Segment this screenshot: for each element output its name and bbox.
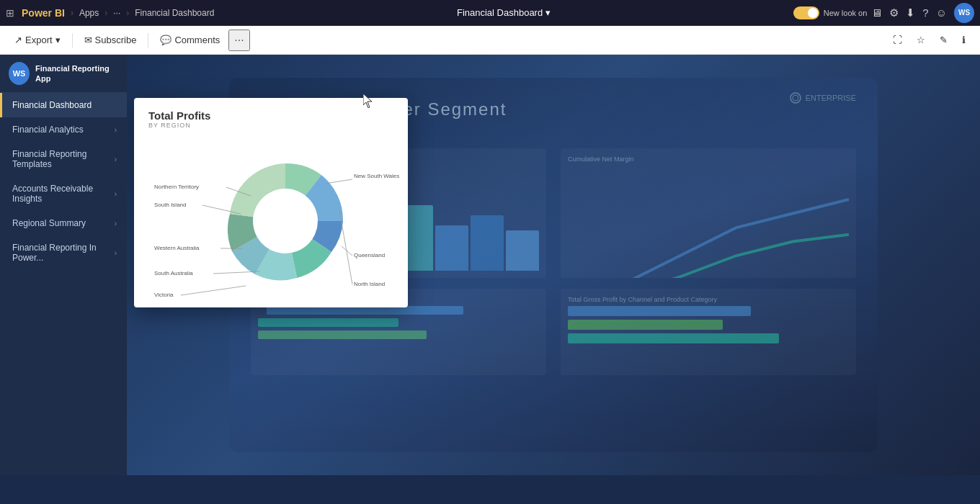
- svg-point-1: [793, 95, 798, 101]
- sep2: ›: [104, 8, 107, 18]
- sidebar-item-regional-summary[interactable]: Regional Summary ›: [0, 211, 127, 235]
- fullscreen-icon: ⛶: [893, 35, 902, 45]
- breadcrumb-current: Financial Dashboard: [135, 8, 214, 18]
- sidebar-item-financial-reporting-templates[interactable]: Financial Reporting Templates ›: [0, 142, 127, 176]
- topbar-title-button[interactable]: Financial Dashboard ▾: [457, 7, 551, 18]
- download-icon[interactable]: ⬇: [906, 6, 915, 19]
- export-button[interactable]: ↗ Export ▾: [9, 32, 66, 48]
- content-area: 💬 Ask a question about your data Sales b…: [127, 55, 980, 475]
- toggle-label: New look on: [824, 9, 868, 17]
- svg-line-14: [325, 179, 352, 184]
- total-profits-popup: Total Profits BY REGION: [134, 98, 408, 307]
- bookmark-button[interactable]: ☆: [911, 32, 931, 48]
- topbar-center: Financial Dashboard ▾: [218, 7, 788, 18]
- chevron-down-icon: ▾: [545, 7, 551, 18]
- svg-text:Western Australia: Western Australia: [154, 245, 200, 251]
- fullscreen-button[interactable]: ⛶: [887, 32, 908, 48]
- chevron-icon: ›: [115, 220, 117, 228]
- sidebar-avatar: WS: [9, 62, 30, 85]
- svg-text:South Australia: South Australia: [154, 270, 193, 276]
- popup-chart-area: Northern Territory South Island Western …: [134, 135, 408, 307]
- svg-text:Queensland: Queensland: [354, 252, 385, 258]
- emoji-icon[interactable]: ☺: [936, 6, 947, 19]
- export-icon: ↗: [14, 35, 22, 45]
- settings-icon[interactable]: ⚙: [889, 6, 899, 19]
- more-button[interactable]: ···: [228, 30, 249, 51]
- topbar-icons-area: 🖥 ⚙ ⬇ ? ☺ WS: [871, 3, 974, 23]
- donut-chart: Northern Territory South Island Western …: [148, 142, 408, 300]
- sidebar-item-accounts-receivable[interactable]: Accounts Receivable Insights ›: [0, 176, 127, 211]
- popup-subtitle: BY REGION: [148, 122, 393, 129]
- svg-text:South Island: South Island: [154, 202, 186, 208]
- new-look-toggle[interactable]: [793, 6, 819, 19]
- edit-button[interactable]: ✎: [934, 32, 953, 48]
- enterprise-badge: ENTERPRISE: [790, 92, 856, 104]
- svg-point-2: [253, 189, 318, 253]
- chevron-icon: ›: [115, 126, 117, 134]
- popup-header: Total Profits BY REGION: [134, 98, 408, 135]
- report-toolbar: ↗ Export ▾ ✉ Subscribe 💬 Comments ··· ⛶ …: [0, 26, 980, 55]
- powerbi-brand: Power BI: [22, 7, 65, 19]
- svg-line-12: [181, 286, 246, 295]
- info-icon: ℹ: [962, 35, 966, 45]
- toolbar-sep-2: [148, 33, 148, 48]
- sep3: ›: [126, 8, 129, 18]
- help-icon[interactable]: ?: [922, 6, 928, 19]
- main-layout: WS Financial Reporting App Financial Das…: [0, 55, 980, 475]
- user-avatar[interactable]: WS: [954, 3, 974, 23]
- sidebar: WS Financial Reporting App Financial Das…: [0, 55, 127, 475]
- topbar-title-label: Financial Dashboard: [457, 7, 543, 18]
- subscribe-label: Subscribe: [95, 35, 137, 45]
- chevron-icon: ›: [115, 249, 117, 257]
- export-label: Export: [25, 35, 53, 45]
- svg-text:Northern Territory: Northern Territory: [154, 184, 199, 190]
- chevron-icon: ›: [115, 190, 117, 198]
- breadcrumb-more[interactable]: ···: [113, 8, 120, 18]
- export-chevron: ▾: [55, 35, 61, 45]
- sidebar-item-financial-reporting-power[interactable]: Financial Reporting In Power... ›: [0, 235, 127, 270]
- info-button[interactable]: ℹ: [956, 32, 971, 48]
- chevron-icon: ›: [115, 156, 117, 163]
- monitor-icon[interactable]: 🖥: [871, 6, 882, 19]
- subscribe-icon: ✉: [84, 35, 92, 45]
- toolbar-sep-1: [72, 33, 73, 48]
- svg-text:New South Wales: New South Wales: [354, 173, 399, 179]
- comments-label: Comments: [174, 35, 220, 45]
- svg-text:North Island: North Island: [354, 281, 385, 287]
- bookmark-icon: ☆: [917, 35, 925, 45]
- svg-text:Victoria: Victoria: [154, 292, 174, 298]
- new-look-toggle-area: New look on: [793, 6, 868, 19]
- comments-icon: 💬: [160, 35, 172, 45]
- apps-link[interactable]: Apps: [79, 8, 99, 18]
- popup-title: Total Profits: [148, 109, 393, 122]
- svg-point-0: [790, 93, 801, 103]
- grid-icon[interactable]: ⊞: [6, 7, 17, 19]
- subscribe-button[interactable]: ✉ Subscribe: [79, 32, 143, 48]
- sidebar-item-financial-dashboard[interactable]: Financial Dashboard: [0, 93, 127, 117]
- sidebar-app-title: Financial Reporting App: [35, 63, 118, 84]
- sidebar-app-header: WS Financial Reporting App: [0, 55, 127, 93]
- edit-icon: ✎: [940, 35, 948, 45]
- topbar: ⊞ Power BI › Apps › ··· › Financial Dash…: [0, 0, 980, 26]
- sep1: ›: [71, 8, 74, 18]
- svg-line-18: [339, 210, 352, 284]
- comments-button[interactable]: 💬 Comments: [154, 32, 226, 48]
- sidebar-item-financial-analytics[interactable]: Financial Analytics ›: [0, 117, 127, 142]
